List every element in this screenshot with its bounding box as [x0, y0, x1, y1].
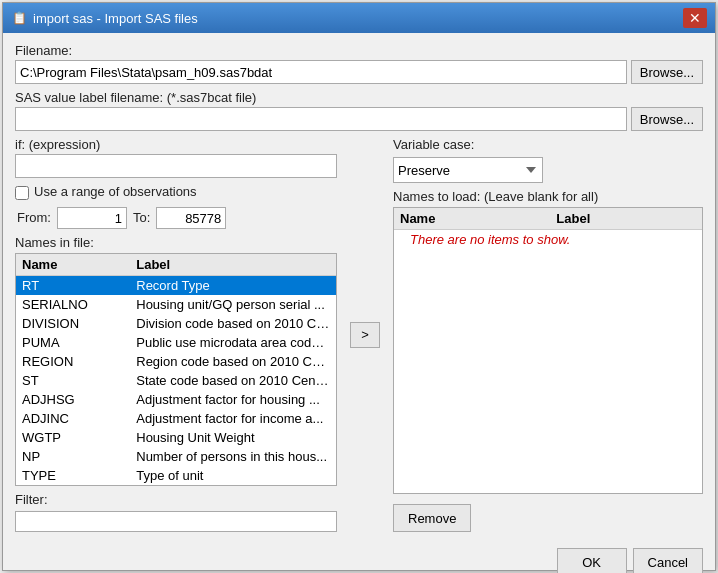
expression-section: if: (expression) [15, 137, 337, 178]
filename-input[interactable] [15, 60, 627, 84]
table-row[interactable]: REGIONRegion code based on 2010 Cen... [16, 352, 336, 371]
dialog-icon: 📋 [11, 10, 27, 26]
import-sas-dialog: 📋 import sas - Import SAS files ✕ Filena… [2, 2, 716, 571]
table-row[interactable]: SERIALNOHousing unit/GQ person serial ..… [16, 295, 336, 314]
sas-label-input[interactable] [15, 107, 627, 131]
names-in-file-listbox[interactable]: Name Label RTRecord TypeSERIALNOHousing … [15, 253, 337, 486]
table-row[interactable]: TYPEType of unit [16, 466, 336, 485]
from-label: From: [17, 210, 51, 225]
title-bar: 📋 import sas - Import SAS files ✕ [3, 3, 715, 33]
dialog-title: import sas - Import SAS files [33, 11, 683, 26]
table-row[interactable]: WGTPHousing Unit Weight [16, 428, 336, 447]
filter-input[interactable] [15, 511, 337, 532]
filename-section: Filename: Browse... [15, 43, 703, 84]
cancel-button[interactable]: Cancel [633, 548, 703, 573]
dialog-body: Filename: Browse... SAS value label file… [3, 33, 715, 542]
close-button[interactable]: ✕ [683, 8, 707, 28]
names-to-load-section: Names to load: (Leave blank for all) Nam… [393, 189, 703, 494]
col-header-name2: Name [394, 208, 550, 230]
from-input[interactable] [57, 207, 127, 229]
right-column: Variable case: PreserveUppercaseLowercas… [393, 137, 703, 532]
names-in-file-table: Name Label RTRecord TypeSERIALNOHousing … [16, 254, 336, 485]
expression-label: if: (expression) [15, 137, 337, 152]
to-label: To: [133, 210, 150, 225]
col-header-label2: Label [550, 208, 702, 230]
table-row: There are no items to show. [394, 230, 702, 250]
variable-case-section: Variable case: PreserveUppercaseLowercas… [393, 137, 703, 183]
remove-button[interactable]: Remove [393, 504, 471, 532]
ok-button[interactable]: OK [557, 548, 627, 573]
col-header-label: Label [130, 254, 336, 276]
bottom-buttons: OK Cancel [3, 542, 715, 573]
to-input[interactable] [156, 207, 226, 229]
filter-label: Filter: [15, 492, 337, 507]
range-row: From: To: [15, 207, 337, 229]
sas-label-browse-button[interactable]: Browse... [631, 107, 703, 131]
table-row[interactable]: DIVISIONDivision code based on 2010 Ce..… [16, 314, 336, 333]
table-row[interactable]: ADJHSGAdjustment factor for housing ... [16, 390, 336, 409]
empty-message: There are no items to show. [400, 230, 580, 250]
move-right-button[interactable]: > [350, 322, 380, 348]
table-row[interactable]: ADJINCAdjustment factor for income a... [16, 409, 336, 428]
sas-label-label: SAS value label filename: (*.sas7bcat fi… [15, 90, 703, 105]
expression-input[interactable] [15, 154, 337, 178]
sas-label-section: SAS value label filename: (*.sas7bcat fi… [15, 90, 703, 131]
remove-btn-row: Remove [393, 504, 703, 532]
table-row[interactable]: NPNumber of persons in this hous... [16, 447, 336, 466]
filename-browse-button[interactable]: Browse... [631, 60, 703, 84]
main-area: if: (expression) Use a range of observat… [15, 137, 703, 532]
names-to-load-listbox[interactable]: Name Label There are no items to show. [393, 207, 703, 494]
names-to-load-label: Names to load: (Leave blank for all) [393, 189, 703, 204]
col-header-name: Name [16, 254, 130, 276]
names-in-file-label: Names in file: [15, 235, 337, 250]
use-range-checkbox[interactable] [15, 186, 29, 200]
use-range-row: Use a range of observations [15, 184, 337, 201]
filter-section: Filter: [15, 492, 337, 532]
table-row[interactable]: STState code based on 2010 Censu... [16, 371, 336, 390]
names-in-file-section: Names in file: Name Label RTRecord TypeS… [15, 235, 337, 486]
move-btn-col: > [347, 137, 383, 532]
use-range-label: Use a range of observations [34, 184, 197, 199]
table-row[interactable]: RTRecord Type [16, 276, 336, 296]
variable-case-label: Variable case: [393, 137, 703, 152]
table-row[interactable]: PUMAPublic use microdata area code ... [16, 333, 336, 352]
variable-case-select[interactable]: PreserveUppercaseLowercase [393, 157, 543, 183]
names-to-load-table: Name Label There are no items to show. [394, 208, 702, 249]
left-column: if: (expression) Use a range of observat… [15, 137, 337, 532]
filename-label: Filename: [15, 43, 703, 58]
